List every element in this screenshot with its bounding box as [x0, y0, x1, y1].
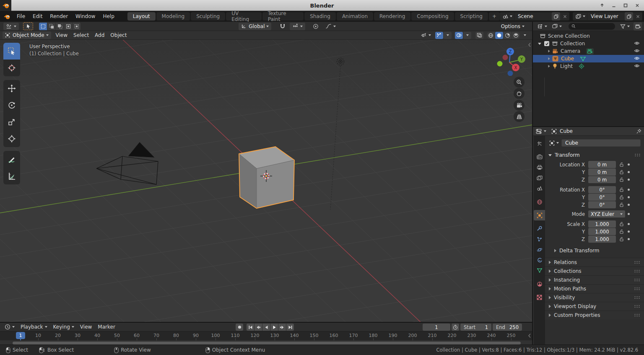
expand-arrow-icon[interactable]: [548, 57, 550, 60]
tool-cursor[interactable]: [3, 60, 20, 76]
mesh-data-icon[interactable]: [580, 56, 586, 62]
show-overlays-toggle[interactable]: [455, 32, 463, 39]
gizmo-settings-chevron[interactable]: [444, 32, 452, 39]
menu-tl-view[interactable]: View: [77, 323, 95, 332]
drag-handle-icon[interactable]: [634, 269, 640, 273]
tab-particle-properties[interactable]: [534, 234, 545, 244]
snap-settings-dropdown[interactable]: [290, 23, 305, 30]
row-label[interactable]: Light: [560, 63, 573, 69]
outliner-row-cube[interactable]: Cube: [533, 55, 644, 62]
overlays-settings-chevron[interactable]: [463, 32, 471, 39]
tab-scripting[interactable]: Scripting: [455, 12, 488, 21]
drag-handle-icon[interactable]: [634, 278, 640, 282]
section-visibility[interactable]: Visibility: [545, 293, 644, 302]
cube-object[interactable]: [239, 147, 294, 208]
section-relations[interactable]: Relations: [545, 258, 644, 267]
row-label[interactable]: Camera: [561, 48, 580, 54]
outliner-filter-dropdown[interactable]: [618, 23, 632, 30]
lock-icon[interactable]: [616, 222, 628, 226]
drag-handle-icon[interactable]: [634, 287, 640, 290]
menu-file[interactable]: File: [13, 11, 29, 22]
section-viewport-display[interactable]: Viewport Display: [545, 302, 644, 311]
object-mode-dropdown[interactable]: Object Mode: [3, 31, 51, 39]
select-mode-extend[interactable]: [47, 23, 55, 30]
lock-icon[interactable]: [616, 229, 628, 234]
row-label[interactable]: Cube: [561, 56, 574, 62]
animate-dot[interactable]: [628, 204, 630, 206]
tab-output-properties[interactable]: [534, 162, 545, 173]
shading-wireframe-button[interactable]: [487, 32, 495, 39]
animate-dot[interactable]: [628, 196, 630, 198]
orthographic-toggle-button[interactable]: [514, 111, 525, 122]
auto-keyframe-button[interactable]: [236, 324, 243, 331]
animate-dot[interactable]: [628, 179, 630, 181]
menu-render[interactable]: Render: [46, 11, 72, 22]
expand-arrow-icon[interactable]: [548, 50, 550, 52]
shading-settings-chevron[interactable]: [521, 32, 529, 39]
frame-start-field[interactable]: Start 1: [460, 324, 491, 331]
shading-solid-button[interactable]: [495, 32, 503, 39]
rotation-z-field[interactable]: 0°: [588, 201, 616, 208]
close-button[interactable]: [633, 2, 641, 9]
tab-texture-properties[interactable]: [534, 292, 545, 303]
tab-modifier-properties[interactable]: [534, 223, 545, 234]
navigation-gizmo[interactable]: Z Y X: [495, 43, 525, 76]
camera-view-button[interactable]: [514, 100, 525, 111]
animate-dot[interactable]: [628, 163, 630, 166]
tool-transform[interactable]: [3, 130, 20, 147]
transform-orientation-dropdown[interactable]: Global: [239, 23, 271, 30]
drag-handle-icon[interactable]: [634, 305, 640, 308]
tab-render-properties[interactable]: [534, 152, 545, 162]
tab-physics-properties[interactable]: [534, 244, 545, 255]
shading-rendered-button[interactable]: [512, 32, 520, 39]
lock-icon[interactable]: [616, 187, 628, 192]
menu-select[interactable]: Select: [70, 31, 92, 40]
add-workspace-button[interactable]: +: [489, 12, 500, 21]
camera-data-icon[interactable]: [586, 48, 594, 54]
zoom-view-button[interactable]: [514, 77, 525, 88]
tab-layout[interactable]: Layout: [127, 12, 156, 21]
tab-constraint-properties[interactable]: [534, 255, 545, 265]
tool-move[interactable]: [3, 80, 20, 97]
menu-window[interactable]: Window: [72, 11, 99, 22]
tool-rotate[interactable]: [3, 97, 20, 114]
blender-menu-logo-icon[interactable]: [0, 14, 13, 19]
play-reverse-button[interactable]: [262, 324, 270, 331]
gizmo-neg-x-axis[interactable]: [503, 55, 508, 60]
lock-icon[interactable]: [616, 170, 628, 174]
viewport-canvas[interactable]: [0, 40, 532, 322]
jump-prev-keyframe-button[interactable]: [254, 324, 262, 331]
view-layer-icon[interactable]: [573, 13, 587, 20]
viewport-3d[interactable]: User Perspective (1) Collection | Cube: [0, 40, 532, 322]
animate-dot[interactable]: [628, 213, 630, 215]
tab-texture-paint[interactable]: Texture Paint: [262, 12, 304, 21]
timeline-editor-type-dropdown[interactable]: [3, 323, 16, 331]
outliner-search-input[interactable]: [576, 24, 612, 29]
frame-ruler[interactable]: 1020304050607080901001101201301401501601…: [0, 331, 532, 340]
tab-view-layer-properties[interactable]: [534, 173, 545, 183]
use-preview-range-button[interactable]: [452, 324, 459, 331]
rotation-x-field[interactable]: 0°: [588, 186, 616, 193]
scale-y-field[interactable]: 1.000: [588, 228, 616, 235]
scale-z-field[interactable]: 1.000: [588, 236, 616, 243]
expand-arrow-icon[interactable]: [548, 65, 550, 67]
xray-toggle[interactable]: [475, 32, 483, 39]
options-dropdown[interactable]: Options: [499, 23, 527, 30]
drag-handle-icon[interactable]: [634, 314, 640, 317]
outliner-filter-restriction-dropdown[interactable]: [550, 23, 564, 30]
menu-object[interactable]: Object: [107, 31, 130, 40]
animate-dot[interactable]: [628, 231, 630, 233]
animate-dot[interactable]: [628, 189, 630, 191]
lock-icon[interactable]: [616, 202, 628, 207]
outliner-display-mode-dropdown[interactable]: [535, 23, 550, 30]
location-z-field[interactable]: 0 m: [588, 176, 616, 183]
lock-icon[interactable]: [616, 195, 628, 200]
outliner-row-scene-collection[interactable]: Scene Collection: [533, 32, 644, 40]
proportional-falloff-dropdown[interactable]: [323, 23, 338, 30]
pin-icon[interactable]: [636, 129, 641, 134]
location-x-field[interactable]: 0 m: [588, 161, 616, 168]
play-button[interactable]: [270, 324, 278, 331]
shading-material-button[interactable]: [504, 32, 512, 39]
jump-next-keyframe-button[interactable]: [278, 324, 286, 331]
hide-eye-icon[interactable]: [634, 63, 640, 68]
